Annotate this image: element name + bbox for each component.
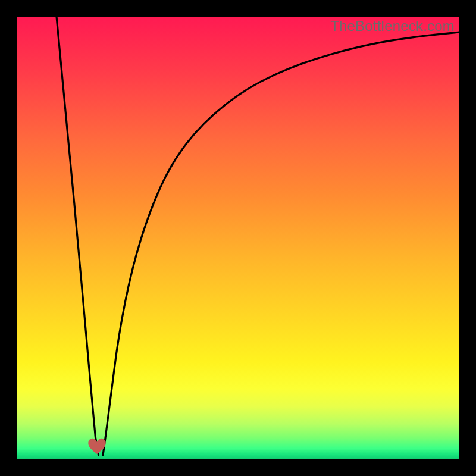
curve-right-branch: [103, 32, 459, 455]
bottleneck-curve: [17, 17, 459, 459]
curve-left-branch: [57, 17, 99, 455]
chart-frame: TheBottleneck.com: [17, 17, 459, 459]
heart-icon: [87, 437, 107, 455]
